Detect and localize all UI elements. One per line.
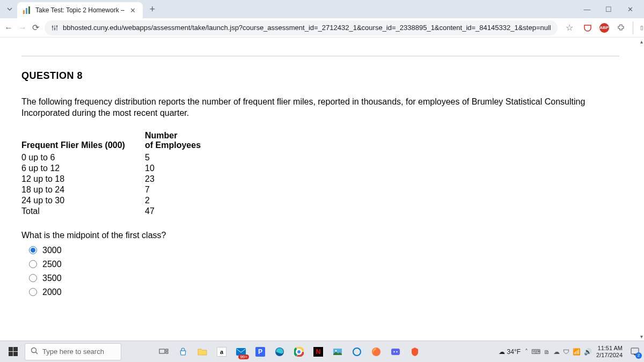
svg-point-8 <box>56 25 58 27</box>
brave-icon[interactable] <box>407 343 423 360</box>
count-cell: 2 <box>145 195 207 206</box>
site-settings-icon[interactable] <box>51 24 58 32</box>
clock-date: 2/17/2024 <box>596 352 623 359</box>
tab-list-dropdown[interactable] <box>2 2 17 17</box>
svg-point-6 <box>52 26 54 27</box>
security-icon[interactable]: 🛡 <box>563 348 569 356</box>
table-row: 18 up to 247 <box>21 184 207 195</box>
answer-option[interactable]: 2000 <box>29 287 619 297</box>
tab-title: Take Test: Topic 2 Homework – <box>35 6 125 14</box>
svg-rect-2 <box>28 6 30 14</box>
table-header-right: Numberof Employees <box>145 131 207 152</box>
taskbar-clock[interactable]: 11:51 AM 2/17/2024 <box>596 345 625 358</box>
option-label: 2000 <box>42 287 62 297</box>
count-cell: 10 <box>145 163 207 174</box>
answer-option[interactable]: 3000 <box>29 246 619 255</box>
answer-option[interactable]: 3500 <box>29 274 619 283</box>
table-row: 6 up to 1210 <box>21 163 207 174</box>
wifi-icon[interactable]: 📶 <box>573 348 581 356</box>
abp-extension-icon[interactable]: ABP <box>599 23 609 33</box>
range-cell: Total <box>21 206 145 217</box>
radio-input[interactable] <box>29 288 37 296</box>
extensions-puzzle-icon[interactable] <box>614 21 627 34</box>
windows-taskbar: Type here to search a 99+ P N ☁ 34°F ˄ ⌨… <box>0 341 644 362</box>
browser-titlebar: Take Test: Topic 2 Homework – ✕ + — ☐ ✕ <box>0 0 644 18</box>
answer-options: 3000250035002000 <box>21 246 619 297</box>
new-tab-button[interactable]: + <box>145 2 160 17</box>
url-text: bbhosted.cuny.edu/webapps/assessment/tak… <box>63 24 551 32</box>
pandora-icon[interactable]: P <box>252 343 268 360</box>
range-cell: 6 up to 12 <box>21 163 145 174</box>
option-label: 3500 <box>42 274 62 283</box>
url-input[interactable]: bbhosted.cuny.edu/webapps/assessment/tak… <box>45 20 558 35</box>
amazon-icon[interactable]: a <box>214 343 230 360</box>
clock-time: 11:51 AM <box>596 345 623 352</box>
subquestion-text: What is the midpoint of the first class? <box>21 231 619 240</box>
mail-icon[interactable]: 99+ <box>233 343 249 360</box>
svg-rect-0 <box>23 10 25 14</box>
svg-point-7 <box>54 28 56 29</box>
task-view-icon[interactable] <box>156 343 172 360</box>
system-tray[interactable]: ˄ ⌨ 🗈 ☁ 🛡 📶 🔊 <box>525 348 592 356</box>
browser-tab-active[interactable]: Take Test: Topic 2 Homework – ✕ <box>17 2 143 18</box>
reload-icon[interactable]: ⟳ <box>32 21 39 34</box>
back-icon[interactable]: ← <box>4 21 13 34</box>
battery-icon[interactable]: 🗈 <box>544 348 550 356</box>
frequency-table: Frequent Flier Miles (000) Numberof Empl… <box>21 131 207 217</box>
radio-input[interactable] <box>29 274 37 282</box>
devices-icon[interactable]: ▯ <box>633 21 644 34</box>
svg-point-32 <box>396 351 398 352</box>
app-store-icon[interactable] <box>175 343 191 360</box>
question-prompt: The following frequency distribution rep… <box>21 97 619 119</box>
action-center-icon[interactable]: 2 <box>629 346 641 358</box>
browser-address-bar: ← → ⟳ bbhosted.cuny.edu/webapps/assessme… <box>0 18 644 38</box>
start-button[interactable] <box>3 343 23 360</box>
onedrive-icon[interactable]: ☁ <box>553 348 560 356</box>
volume-icon[interactable]: 🔊 <box>584 348 592 356</box>
tab-favicon-icon <box>23 6 31 14</box>
forward-icon[interactable]: → <box>18 21 27 34</box>
radio-input[interactable] <box>29 260 37 268</box>
tray-chevron-icon[interactable]: ˄ <box>525 348 528 356</box>
svg-rect-16 <box>166 349 168 351</box>
count-cell: 7 <box>145 184 207 195</box>
option-label: 2500 <box>42 260 62 269</box>
minimize-icon[interactable]: — <box>580 2 595 17</box>
svg-rect-30 <box>391 349 400 355</box>
photos-icon[interactable] <box>330 343 346 360</box>
option-label: 3000 <box>42 246 62 255</box>
cortana-icon[interactable] <box>349 343 365 360</box>
divider <box>21 56 619 56</box>
bookmark-star-icon[interactable]: ☆ <box>563 21 576 34</box>
table-row: 12 up to 1823 <box>21 174 207 184</box>
close-window-icon[interactable]: ✕ <box>623 2 638 17</box>
svg-rect-10 <box>13 347 18 351</box>
chrome-icon[interactable] <box>291 343 307 360</box>
pocket-icon[interactable] <box>581 21 594 34</box>
svg-point-31 <box>393 351 395 352</box>
netflix-icon[interactable]: N <box>310 343 326 360</box>
radio-input[interactable] <box>29 246 37 254</box>
scroll-up-icon[interactable]: ▴ <box>640 39 643 45</box>
svg-point-27 <box>335 350 337 351</box>
answer-option[interactable]: 2500 <box>29 260 619 269</box>
weather-widget[interactable]: ☁ 34°F <box>499 348 521 356</box>
file-explorer-icon[interactable] <box>194 343 210 360</box>
edge-icon[interactable] <box>272 343 288 360</box>
discord-icon[interactable] <box>387 343 404 360</box>
maximize-icon[interactable]: ☐ <box>601 2 616 17</box>
firefox-icon[interactable] <box>368 343 384 360</box>
svg-point-28 <box>353 348 361 356</box>
taskbar-decoration <box>126 343 152 360</box>
svg-rect-11 <box>9 352 13 356</box>
table-row: 0 up to 65 <box>21 152 207 163</box>
page-viewport: QUESTION 8 The following frequency distr… <box>0 38 635 341</box>
svg-rect-17 <box>166 352 168 353</box>
taskbar-search[interactable]: Type here to search <box>25 343 121 360</box>
keyboard-icon[interactable]: ⌨ <box>531 348 540 356</box>
close-tab-icon[interactable]: ✕ <box>129 6 137 14</box>
scroll-down-icon[interactable]: ▾ <box>640 334 643 339</box>
table-row: Total47 <box>21 206 207 217</box>
svg-rect-15 <box>159 349 165 353</box>
table-row: 24 up to 302 <box>21 195 207 206</box>
